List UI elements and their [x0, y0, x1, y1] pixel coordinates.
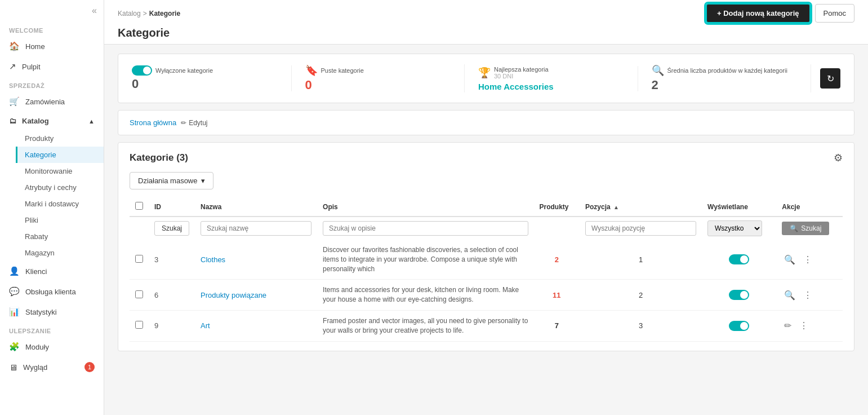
table-title: Kategorie (3) [130, 152, 188, 164]
stat-srednia-value: 2 [652, 78, 658, 92]
sidebar-item-obsluga-label: Obsługa klienta [25, 288, 76, 296]
sidebar-sub-kategorie[interactable]: Kategorie [16, 147, 104, 163]
stat-najlepsza: 🏆 Najlepsza kategoria 30 DNI Home Access… [465, 66, 638, 91]
stat-najlepsza-sublabel: 30 DNI [494, 73, 549, 80]
sidebar-item-wyglad[interactable]: 🖥 Wygląd 1 [0, 357, 104, 377]
page-title: Kategorie [118, 25, 854, 44]
id-search-button[interactable]: Szukaj [154, 221, 189, 236]
sidebar: « WELCOME 🏠 Home ↗ Pulpit SPRZEDAŻ 🛒 Zam… [0, 0, 104, 415]
chevron-up-icon: ▲ [88, 118, 95, 125]
edit-button-9[interactable]: ✏ [782, 319, 794, 332]
sidebar-section-sprzedaz: SPRZEDAŻ [0, 77, 104, 91]
sidebar-sub-rabaty[interactable]: Rabaty [16, 228, 104, 245]
sidebar-sub-produkty[interactable]: Produkty [16, 130, 104, 147]
sidebar-item-wyglad-label: Wygląd [23, 363, 47, 372]
categories-table-section: Kategorie (3) ⚙ Działania masowe ▾ ID Na… [118, 142, 854, 351]
help-button[interactable]: Pomoc [815, 4, 854, 23]
search-icon: 🔍 [790, 224, 798, 232]
cell-name-9[interactable]: Art [195, 310, 317, 341]
breadcrumb-sep: > [143, 10, 147, 17]
sidebar-item-moduly[interactable]: 🧩 Moduły [0, 337, 104, 357]
bulk-actions-button[interactable]: Działania masowe ▾ [130, 172, 213, 189]
row-checkbox-9[interactable] [135, 321, 143, 329]
sidebar-katalog-submenu: Produkty Kategorie Monitorowanie Atrybut… [0, 130, 104, 261]
stat-najlepsza-label: Najlepsza kategoria [494, 66, 549, 73]
bulk-actions-bar: Działania masowe ▾ [130, 172, 843, 189]
sidebar-sub-marki[interactable]: Marki i dostawcy [16, 196, 104, 212]
add-category-button[interactable]: + Dodaj nową kategorię [706, 3, 811, 23]
stat-puste-label: Puste kategorie [321, 67, 364, 74]
desc-search-input[interactable] [323, 221, 528, 236]
cell-name-6[interactable]: Produkty powiązane [195, 280, 317, 311]
view-button-3[interactable]: 🔍 [782, 253, 798, 266]
stat-najlepsza-value: Home Accessories [478, 82, 554, 91]
refresh-button[interactable]: ↻ [820, 68, 840, 89]
stat-wylaczone-value: 0 [132, 77, 139, 91]
stat-srednia: 🔍 Średnia liczba produktów w każdej kate… [638, 64, 812, 92]
pencil-icon: ✏ [181, 119, 186, 127]
sidebar-sub-magazyn[interactable]: Magazyn [16, 245, 104, 261]
toggle-visible-3[interactable] [707, 254, 771, 264]
row-checkbox-6[interactable] [135, 290, 143, 298]
sidebar-item-katalog[interactable]: 🗂 Katalog ▲ [0, 112, 104, 130]
klienci-icon: 👤 [9, 266, 20, 276]
sidebar-sub-monitorowanie[interactable]: Monitorowanie [16, 163, 104, 179]
search-submit-button[interactable]: 🔍 Szukaj [782, 222, 829, 235]
sidebar-item-klienci-label: Klienci [25, 267, 47, 276]
topbar-area: Katalog > Kategorie + Dodaj nową kategor… [104, 0, 868, 45]
more-button-3[interactable]: ⋮ [801, 253, 814, 266]
pos-search-input[interactable] [585, 221, 696, 236]
bulk-actions-label: Działania masowe [138, 176, 198, 185]
sidebar-item-pulpit[interactable]: ↗ Pulpit [0, 56, 104, 77]
search-row: Szukaj [130, 217, 843, 240]
sidebar-item-statystyki-label: Statystyki [25, 308, 57, 316]
sidebar-sub-atrybuty[interactable]: Atrybuty i cechy [16, 179, 104, 196]
main-content: Katalog > Kategorie + Dodaj nową kategor… [104, 0, 868, 415]
sidebar-collapse-btn[interactable]: « [0, 0, 104, 21]
edit-button[interactable]: ✏ Edytuj [181, 119, 207, 127]
sidebar-sub-pliki[interactable]: Pliki [16, 212, 104, 228]
more-button-6[interactable]: ⋮ [801, 289, 814, 302]
breadcrumb: Katalog > Kategorie [118, 10, 180, 17]
cell-name-3[interactable]: Clothes [195, 240, 317, 280]
col-desc: Opis [317, 197, 533, 217]
name-search-input[interactable] [201, 221, 311, 236]
sidebar-item-zamowienia-label: Zamówienia [25, 98, 65, 106]
view-button-6[interactable]: 🔍 [782, 289, 798, 302]
sidebar-item-obsluga[interactable]: 💬 Obsługa klienta [0, 281, 104, 302]
toggle-visible-6[interactable] [707, 290, 771, 300]
topbar-right: + Dodaj nową kategorię Pomoc [706, 3, 854, 23]
cell-position-3: 1 [580, 240, 702, 280]
cell-desc-6: Items and accessories for your desk, kit… [317, 280, 533, 311]
table-row: 3 Clothes Discover our favorites fashion… [130, 240, 843, 280]
trophy-icon: 🏆 [478, 67, 491, 79]
settings-button[interactable]: ⚙ [834, 152, 843, 164]
toggle-on-icon [729, 290, 749, 300]
more-button-9[interactable]: ⋮ [797, 319, 811, 332]
row-actions-9: ✏ ⋮ [782, 319, 837, 332]
toggle-on-icon [729, 254, 749, 264]
bookmark-icon: 🔖 [305, 64, 318, 77]
search-stat-icon: 🔍 [652, 64, 664, 77]
sidebar-item-home[interactable]: 🏠 Home [0, 36, 104, 56]
sidebar-section-ulepszanie: ULEPSZANIE [0, 322, 104, 337]
sidebar-section-welcome: WELCOME [0, 21, 104, 36]
vis-select[interactable]: Wszystko Włączone Wyłączone [707, 220, 762, 236]
row-checkbox-3[interactable] [135, 255, 143, 263]
cell-position-9: 3 [580, 310, 702, 341]
sidebar-item-zamowienia[interactable]: 🛒 Zamówienia [0, 91, 104, 112]
col-products: Produkty [534, 197, 580, 217]
breadcrumb-katalog[interactable]: Katalog [118, 10, 141, 17]
breadcrumb-section: Strona główna ✏ Edytuj [118, 110, 854, 135]
breadcrumb-current: Kategorie [149, 10, 180, 17]
strona-glowna-link[interactable]: Strona główna [130, 118, 176, 127]
toggle-visible-9[interactable] [707, 321, 771, 331]
stat-puste: 🔖 Puste kategorie 0 [292, 64, 465, 92]
col-position[interactable]: Pozycja ▲ [580, 197, 702, 217]
home-icon: 🏠 [9, 41, 20, 51]
sidebar-item-statystyki[interactable]: 📊 Statystyki [0, 302, 104, 322]
sidebar-item-klienci[interactable]: 👤 Klienci [0, 261, 104, 281]
cell-id-6: 6 [149, 280, 195, 311]
select-all-checkbox[interactable] [135, 202, 143, 210]
stat-wylaczone: Wyłączone kategorie 0 [132, 65, 292, 91]
